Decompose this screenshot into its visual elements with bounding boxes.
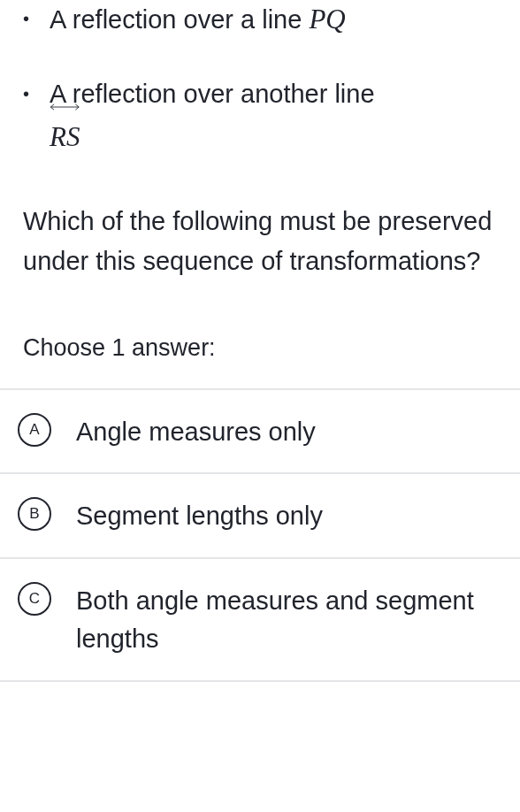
line-arrow-icon xyxy=(50,101,80,113)
question-text: Which of the following must be preserved… xyxy=(23,202,497,281)
math-line-rs: RS xyxy=(50,118,80,157)
bullet-item: A reflection over another line RS xyxy=(50,75,497,157)
bullet-text: A reflection over a line PQ xyxy=(50,5,346,34)
math-line-pq: PQ xyxy=(309,0,345,40)
math-label: RS xyxy=(50,121,80,152)
radio-letter-b: B xyxy=(18,497,51,531)
choice-c[interactable]: C Both angle measures and segment length… xyxy=(0,557,520,682)
choice-a[interactable]: A Angle measures only xyxy=(0,388,520,473)
choice-text-c: Both angle measures and segment lengths xyxy=(76,580,497,659)
math-label: PQ xyxy=(309,4,345,34)
choice-text-b: Segment lengths only xyxy=(76,495,323,536)
bullet-prefix: A reflection over a line xyxy=(50,5,309,34)
instruction-text: Choose 1 answer: xyxy=(23,334,497,362)
choice-text-a: Angle measures only xyxy=(76,411,316,452)
bullet-item: A reflection over a line PQ xyxy=(50,0,497,40)
line-arrow-icon xyxy=(309,0,345,2)
answer-choices: A Angle measures only B Segment lengths … xyxy=(0,388,520,682)
radio-letter-c: C xyxy=(18,582,51,616)
bullet-text: A reflection over another line RS xyxy=(50,80,375,151)
radio-letter-a: A xyxy=(18,413,51,447)
choice-b[interactable]: B Segment lengths only xyxy=(0,472,520,557)
bullet-prefix: A reflection over another line xyxy=(50,80,375,108)
